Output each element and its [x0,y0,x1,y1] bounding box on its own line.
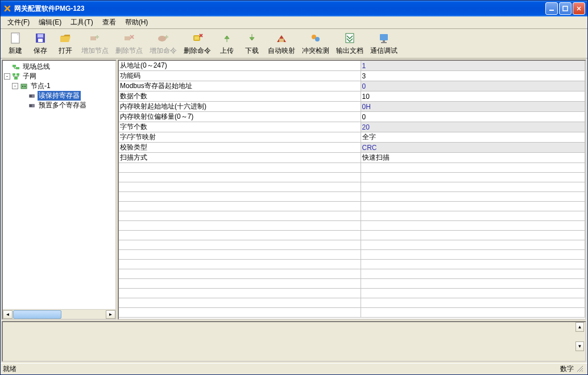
save-button[interactable]: 保存 [28,30,53,57]
property-value[interactable]: 3 [361,71,585,81]
add-node-button[interactable]: 增加节点 [78,30,112,57]
menu-tool[interactable]: 工具(T) [66,16,97,28]
menu-file[interactable]: 文件(F) [3,16,34,28]
tree-item-subnet[interactable]: - 子网 [4,72,114,81]
download-button[interactable]: 下载 [239,30,264,57]
property-row[interactable]: 从地址(0～247)1 [119,61,585,71]
property-row[interactable]: Modbus寄存器起始地址0 [119,81,585,91]
window-title: 网关配置软件PMG-123 [14,4,545,14]
property-value[interactable]: 10 [361,91,585,102]
property-label: 内存映射起始地址(十六进制) [119,102,361,112]
svg-rect-27 [30,95,32,97]
property-empty-row [119,173,585,182]
property-value[interactable]: 快速扫描 [361,153,585,163]
property-value[interactable]: 1 [361,61,585,71]
new-button[interactable]: 新建 [3,30,28,57]
tool-label: 冲突检测 [302,46,329,56]
minimize-button[interactable] [545,2,558,15]
scroll-down-icon[interactable]: ▼ [575,341,584,351]
close-button[interactable] [573,2,585,15]
scroll-left-icon[interactable]: ◄ [3,310,13,319]
property-row[interactable]: 数据个数10 [119,91,585,102]
tree-item-read-reg[interactable]: 读保持寄存器 [4,91,114,101]
tree-label: 预置多个寄存器 [38,101,88,110]
property-value[interactable]: 0 [361,112,585,122]
tool-label: 上传 [220,46,234,56]
tree-item-fieldbus[interactable]: 现场总线 [4,62,114,72]
resize-grip-icon[interactable] [576,365,585,374]
output-panel: ▲ ▼ [2,321,586,362]
property-value[interactable]: 20 [361,122,585,132]
svg-rect-10 [194,36,199,40]
del-node-button[interactable]: 删除节点 [112,30,146,57]
app-icon [3,4,12,13]
property-empty-row [119,260,585,269]
svg-rect-29 [30,105,32,107]
property-empty-row [119,163,585,173]
automap-button[interactable]: 自动映射 [264,30,299,57]
status-right: 数字 [560,364,574,374]
svg-rect-7 [125,36,130,40]
svg-point-8 [158,36,166,41]
tree-label: 读保持寄存器 [38,91,81,101]
svg-rect-4 [38,34,43,38]
tool-label: 下载 [245,46,259,56]
disk-icon [34,31,47,45]
doc-button[interactable]: 输出文档 [333,30,367,57]
property-value[interactable]: 0 [361,81,585,91]
collapse-icon[interactable]: - [4,73,10,80]
property-label: 字节个数 [119,122,361,132]
menu-edit[interactable]: 编辑(E) [34,16,66,28]
svg-rect-6 [90,36,96,40]
property-row[interactable]: 校验类型CRC [119,143,585,153]
tree-label: 子网 [22,72,38,81]
svg-rect-11 [279,39,284,42]
upload-button[interactable]: 上传 [214,30,239,57]
debug-icon [377,31,391,45]
tool-label: 新建 [9,46,22,56]
property-row[interactable]: 内存映射位偏移量(0～7)0 [119,112,585,122]
titlebar: 网关配置软件PMG-123 [1,1,587,16]
tree-item-node1[interactable]: - 节点-1 [4,81,114,91]
property-label: 校验类型 [119,143,361,153]
property-label: 扫描方式 [119,153,361,163]
tool-label: 增加节点 [81,46,109,56]
tool-label: 自动映射 [268,46,295,56]
reg-icon [27,91,36,101]
tree-item-preset-reg[interactable]: 预置多个寄存器 [4,101,114,110]
property-label: Modbus寄存器起始地址 [119,81,361,91]
property-row[interactable]: 字节个数20 [119,122,585,132]
collapse-icon[interactable]: - [12,83,18,89]
add-cmd-button[interactable]: 增加命令 [146,30,180,57]
menu-help[interactable]: 帮助(H) [121,16,153,28]
scroll-up-icon[interactable]: ▲ [575,322,584,332]
scroll-right-icon[interactable]: ► [106,310,115,319]
menu-view[interactable]: 查看 [98,16,121,28]
property-value[interactable]: 0H [361,102,585,112]
property-value[interactable]: 全字 [361,132,585,143]
property-row[interactable]: 功能码3 [119,71,585,81]
doc-icon [343,31,357,45]
tree-h-scrollbar[interactable]: ◄ ► [3,309,115,319]
toolbar: 新建 保存 打开 增加节点 删除节点 增加命令 删除命令 上传 下载 自动映射 … [1,29,587,59]
tree-label: 现场总线 [22,62,51,72]
del-cmd-button[interactable]: 删除命令 [180,30,214,57]
tool-label: 打开 [59,46,72,56]
maximize-button[interactable] [559,2,572,15]
property-row[interactable]: 字/字节映射全字 [119,132,585,143]
debug-button[interactable]: 通信调试 [367,30,401,57]
property-empty-row [119,298,585,308]
folder-open-icon [59,31,72,45]
svg-rect-20 [13,73,15,76]
scroll-thumb[interactable] [13,310,61,319]
svg-rect-16 [383,40,385,42]
tree-label: 节点-1 [30,81,52,91]
output-v-scrollbar[interactable]: ▲ ▼ [575,322,585,351]
reg-icon [27,101,36,110]
file-icon [9,31,22,45]
property-value[interactable]: CRC [361,143,585,153]
property-row[interactable]: 内存映射起始地址(十六进制)0H [119,102,585,112]
conflict-button[interactable]: 冲突检测 [299,30,333,57]
property-row[interactable]: 扫描方式快速扫描 [119,153,585,163]
open-button[interactable]: 打开 [53,30,78,57]
